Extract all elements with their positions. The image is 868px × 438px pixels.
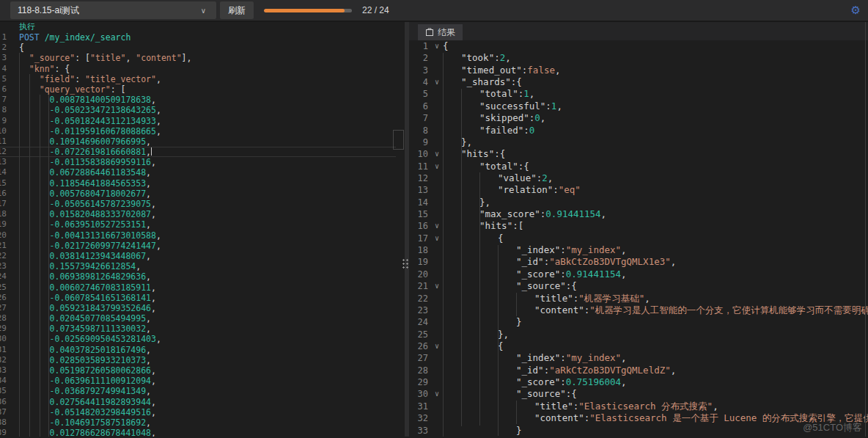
fold-spacer — [431, 412, 443, 424]
fold-icon[interactable]: ∨ — [431, 220, 443, 232]
result-line[interactable]: 12"value":2, — [409, 172, 868, 184]
code-line[interactable]: 25 0.006027467083185911, — [0, 282, 396, 293]
code-line[interactable]: 39 0.012786628678441048, — [0, 428, 396, 437]
token-p: , — [151, 199, 156, 209]
token-num: -0.05148203298449516 — [50, 407, 151, 417]
tab-results[interactable]: 结果 — [418, 24, 463, 40]
dataset-dropdown[interactable]: 118-8.15-ai测试 ∨ — [10, 1, 216, 19]
result-line[interactable]: 2"took":2, — [409, 52, 868, 64]
result-line[interactable]: 26∨{ — [409, 340, 868, 352]
result-line[interactable]: 9}, — [409, 136, 868, 148]
code-line[interactable]: 22 0.03814123943448067, — [0, 251, 396, 261]
code-line[interactable]: 2{ — [0, 43, 396, 53]
code-line[interactable]: 34 -0.06396111100912094, — [0, 376, 396, 386]
line-number: 7 — [409, 112, 431, 124]
code-line[interactable]: 12 -0.0722619816660881, — [0, 147, 396, 157]
result-line[interactable]: 7"skipped":0, — [409, 112, 868, 124]
fold-icon[interactable]: ∨ — [431, 388, 443, 400]
result-line[interactable]: 25}, — [409, 329, 868, 340]
result-line[interactable]: 20"_score":0.91441154, — [409, 269, 868, 280]
code-line[interactable]: 4 "knn": { — [0, 64, 396, 74]
result-line[interactable]: 32"content":"Elasticsearch 是一个基于 Lucene … — [409, 412, 868, 424]
fold-icon[interactable]: ∨ — [431, 76, 443, 88]
fold-icon[interactable]: ∨ — [431, 340, 443, 352]
code-line[interactable]: 23 0.155739426612854, — [0, 261, 396, 271]
line-number: 6 — [409, 101, 431, 112]
line-number: 9 — [409, 136, 431, 148]
code-line[interactable]: 6 "query_vector": [ — [0, 84, 396, 95]
result-line[interactable]: 22"title":"机器学习基础", — [409, 293, 868, 304]
result-line[interactable]: 5"total":1, — [409, 88, 868, 100]
code-line[interactable]: 20 -0.004131316673010588, — [0, 230, 396, 241]
code-line[interactable]: 35 -0.0368792749941349, — [0, 386, 396, 396]
result-line[interactable]: 14}, — [409, 197, 868, 208]
result-line[interactable]: 13"relation":"eq" — [409, 184, 868, 196]
code-line[interactable]: 9 -0.050182443112134933, — [0, 116, 396, 126]
query-editor[interactable]: 执行 1POST /my_index/_search2{3 "_source":… — [0, 22, 396, 437]
result-line[interactable]: 29"_score":0.75196004, — [409, 376, 868, 388]
code-line[interactable]: 13 -0.01135838869959116, — [0, 157, 396, 167]
code-line[interactable]: 8 -0.050233472138643265, — [0, 105, 396, 115]
code-line[interactable]: 19 -0.0639510527253151, — [0, 219, 396, 230]
editor-code-area[interactable]: 1POST /my_index/_search2{3 "_source": ["… — [0, 32, 396, 437]
code-line[interactable]: 10 -0.011959160678088665, — [0, 126, 396, 136]
result-line[interactable]: 28"_id":"aRkCtZoB3DVTgQMLeldZ", — [409, 365, 868, 376]
code-line[interactable]: 38 -0.1046917587518692, — [0, 417, 396, 428]
code-line[interactable]: 28 0.02045077085494995, — [0, 313, 396, 324]
code-line[interactable]: 31 0.04037825018167496, — [0, 345, 396, 355]
result-line[interactable]: 30∨"_source":{ — [409, 388, 868, 400]
result-line[interactable]: 6"successful":1, — [409, 101, 868, 112]
code-line[interactable]: 36 0.027564411982893944, — [0, 397, 396, 407]
code-line[interactable]: 18 0.015820488333702087, — [0, 209, 396, 219]
panel-divider[interactable] — [396, 22, 409, 437]
code-line[interactable]: 1POST /my_index/_search — [0, 32, 396, 43]
result-line[interactable]: 10∨"hits":{ — [409, 148, 868, 160]
gear-icon[interactable]: ⚙ — [851, 4, 861, 17]
result-line[interactable]: 4∨"_shards":{ — [409, 76, 868, 88]
result-line[interactable]: 17∨{ — [409, 233, 868, 244]
result-code-area[interactable]: 1∨{2"took":2,3"timed_out":false,4∨"_shar… — [409, 40, 868, 437]
result-line[interactable]: 24} — [409, 316, 868, 328]
code-line[interactable]: 37 -0.05148203298449516, — [0, 407, 396, 417]
token-p — [19, 417, 50, 428]
fold-icon[interactable]: ∨ — [431, 233, 443, 244]
refresh-button[interactable]: 刷新 — [220, 1, 254, 19]
code-line[interactable]: 5 "field": "title_vector", — [0, 74, 396, 84]
code-line[interactable]: 26 -0.06078541651368141, — [0, 293, 396, 303]
code-line[interactable]: 14 0.06728864461183548, — [0, 167, 396, 178]
code-line[interactable]: 24 0.06938981264829636, — [0, 271, 396, 282]
code-line[interactable]: 27 0.059231843799352646, — [0, 303, 396, 313]
result-line[interactable]: 21∨"_source":{ — [409, 280, 868, 292]
result-line[interactable]: 18"_index":"my_index", — [409, 244, 868, 256]
divider-grip-icon[interactable] — [402, 258, 409, 270]
code-line[interactable]: 21 -0.021726099774241447, — [0, 241, 396, 251]
result-line[interactable]: 31"title":"Elasticsearch 分布式搜索", — [409, 401, 868, 412]
result-line[interactable]: 23"content":"机器学习是人工智能的一个分支，它使计算机能够学习而不需… — [409, 304, 868, 316]
result-line[interactable]: 19"_id":"aBkCtZoB3DVTgQMLX1e3", — [409, 256, 868, 268]
fold-icon[interactable]: ∨ — [431, 40, 443, 52]
result-line[interactable]: 11∨"total":{ — [409, 161, 868, 172]
code-line[interactable]: 30 -0.025690950453281403, — [0, 334, 396, 344]
run-link[interactable]: 执行 — [19, 22, 35, 32]
result-line[interactable]: 8"failed":0 — [409, 125, 868, 136]
fold-icon[interactable]: ∨ — [431, 161, 443, 172]
fold-icon[interactable]: ∨ — [431, 148, 443, 160]
fold-icon[interactable]: ∨ — [431, 280, 443, 292]
code-line[interactable]: 16 0.00576804718002677, — [0, 189, 396, 199]
result-line[interactable]: 1∨{ — [409, 40, 868, 52]
scrollbar-thumb[interactable] — [393, 130, 404, 150]
code-line[interactable]: 7 0.008781400509178638, — [0, 95, 396, 105]
code-line[interactable]: 15 0.11854641884565353, — [0, 178, 396, 189]
code-line[interactable]: 29 0.07345987111330032, — [0, 324, 396, 334]
result-line[interactable]: 27"_index":"my_index", — [409, 352, 868, 364]
code-line[interactable]: 17 -0.05056145787239075, — [0, 199, 396, 209]
code-line[interactable]: 3 "_source": ["title", "content"], — [0, 53, 396, 63]
main-split: 执行 1POST /my_index/_search2{3 "_source":… — [0, 22, 868, 437]
result-line[interactable]: 33} — [409, 425, 868, 437]
result-line[interactable]: 15"max_score":0.91441154, — [409, 208, 868, 220]
result-line[interactable]: 3"timed_out":false, — [409, 65, 868, 76]
result-line[interactable]: 16∨"hits":[ — [409, 220, 868, 232]
code-line[interactable]: 11 0.10914696007966995, — [0, 136, 396, 147]
code-line[interactable]: 32 0.02850358933210373, — [0, 355, 396, 365]
code-line[interactable]: 33 0.051987260580062866, — [0, 365, 396, 376]
